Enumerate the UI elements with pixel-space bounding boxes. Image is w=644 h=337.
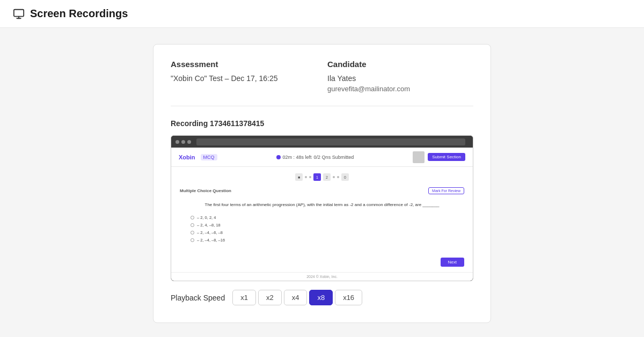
page-title: Screen Recordings — [30, 8, 128, 20]
browser-dot-1 — [175, 140, 179, 144]
next-button[interactable]: Next — [441, 258, 464, 267]
radio-2 — [191, 223, 194, 227]
radio-4 — [191, 238, 194, 242]
page-header: Screen Recordings — [0, 0, 644, 28]
question-header-row: Multiple Choice Question Mark For Review — [180, 187, 464, 194]
monitor-icon — [13, 8, 25, 20]
playback-label: Playback Speed — [171, 294, 225, 302]
pag-dot-2 — [309, 176, 311, 178]
option-1-text: – 2, 0, 2, 4 — [197, 215, 216, 220]
pag-item-last: 0 — [341, 173, 349, 181]
timer-dot — [276, 155, 281, 159]
recording-id: Recording 1734611378415 — [171, 119, 473, 128]
option-1: – 2, 0, 2, 4 — [191, 215, 464, 220]
screen-preview: Xobin MCQ 02m : 48s left 0/2 Qns Submitt… — [171, 135, 473, 281]
assessment-label: Assessment — [171, 60, 317, 69]
speed-x1[interactable]: x1 — [232, 290, 256, 305]
assessment-value: "Xobin Co" Test – Dec 17, 16:25 — [171, 74, 317, 83]
pag-dot-3 — [333, 176, 335, 178]
option-4-text: – 2, –4, –8, –16 — [197, 238, 225, 243]
candidate-name: Ila Yates — [327, 74, 473, 83]
option-3: – 2, –4, –6, –8 — [191, 230, 464, 235]
pag-dot-1 — [305, 176, 307, 178]
submit-section-button[interactable]: Submit Section — [428, 153, 465, 161]
speed-x4[interactable]: x4 — [284, 290, 308, 305]
svg-rect-0 — [14, 9, 24, 16]
pag-item-current: 1 — [313, 173, 321, 181]
option-3-text: – 2, –4, –6, –8 — [197, 230, 223, 235]
timer-text: 02m : 48s left — [283, 155, 312, 160]
mcq-badge: MCQ — [201, 154, 217, 160]
pag-dot-4 — [337, 176, 339, 178]
option-2: – 2, 4, –8, 18 — [191, 223, 464, 228]
speed-x16[interactable]: x16 — [335, 290, 362, 305]
option-4: – 2, –4, –8, –16 — [191, 238, 464, 243]
next-btn-area: Next — [171, 258, 473, 272]
options-list: – 2, 0, 2, 4 – 2, 4, –8, 18 – 2, –4, –6,… — [180, 215, 464, 243]
option-2-text: – 2, 4, –8, 18 — [197, 223, 221, 228]
question-type-label: Multiple Choice Question — [180, 188, 231, 193]
pagination-row: ■ 1 2 0 — [180, 173, 464, 181]
browser-bar — [171, 136, 473, 148]
xobin-toolbar: Xobin MCQ 02m : 48s left 0/2 Qns Submitt… — [171, 148, 473, 167]
recording-section: Recording 1734611378415 Xobin MCQ — [171, 119, 473, 305]
xobin-logo: Xobin — [179, 154, 195, 160]
mark-review-button[interactable]: Mark For Review — [428, 187, 464, 194]
pag-item-1: ■ — [295, 173, 303, 181]
assessment-info: Assessment "Xobin Co" Test – Dec 17, 16:… — [171, 60, 317, 93]
avatar-mini — [413, 151, 425, 163]
radio-1 — [191, 216, 194, 219]
recording-card: Assessment "Xobin Co" Test – Dec 17, 16:… — [153, 44, 491, 323]
main-content: Assessment "Xobin Co" Test – Dec 17, 16:… — [0, 28, 644, 337]
speed-x8[interactable]: x8 — [309, 290, 333, 305]
candidate-label: Candidate — [327, 60, 473, 69]
info-grid: Assessment "Xobin Co" Test – Dec 17, 16:… — [171, 60, 473, 106]
radio-3 — [191, 231, 194, 235]
submitted-text: 0/2 Qns Submitted — [314, 155, 354, 160]
speed-buttons: x1 x2 x4 x8 x16 — [232, 290, 362, 305]
browser-dot-2 — [181, 140, 185, 144]
question-text: The first four terms of an arithmetic pr… — [180, 202, 464, 208]
browser-url-bar — [196, 138, 465, 145]
speed-x2[interactable]: x2 — [258, 290, 282, 305]
candidate-email: gurevefita@mailinator.com — [327, 85, 473, 93]
playback-row: Playback Speed x1 x2 x4 x8 x16 — [171, 290, 473, 305]
recording-footer: 2024 © Xobin, Inc. — [171, 272, 473, 281]
candidate-info: Candidate Ila Yates gurevefita@mailinato… — [327, 60, 473, 93]
timer-info: 02m : 48s left 0/2 Qns Submitted — [276, 155, 354, 160]
question-area: ■ 1 2 0 Multiple Choice Question Mark Fo… — [171, 167, 473, 258]
browser-dot-3 — [187, 140, 191, 144]
pag-item-2: 2 — [323, 173, 331, 181]
